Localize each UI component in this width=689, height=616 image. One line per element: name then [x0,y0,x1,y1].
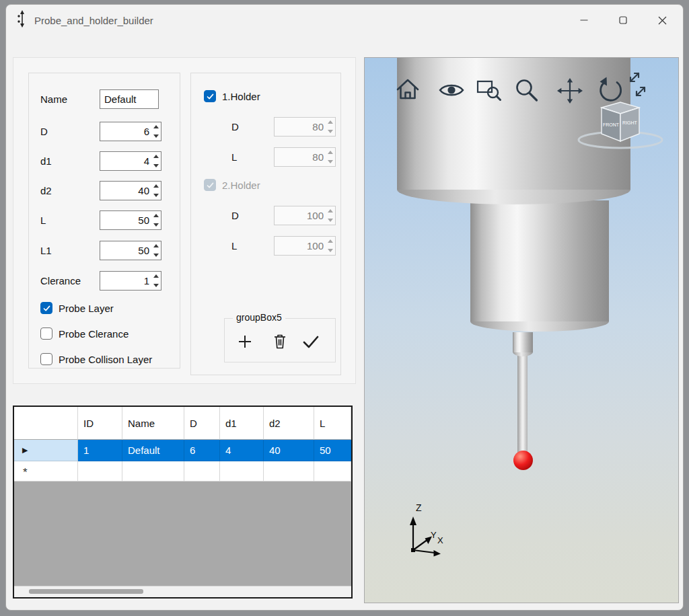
l-spinner[interactable] [100,210,161,230]
increment-button[interactable] [325,237,335,246]
cell-empty[interactable] [78,461,122,482]
table-header-l[interactable]: L [314,407,351,440]
holder2-l-spinner[interactable] [274,236,336,256]
d-input[interactable] [100,122,151,141]
add-button[interactable] [231,330,258,354]
table-new-row[interactable]: * [14,461,351,482]
eye-icon [437,76,466,104]
cell-d1[interactable]: 4 [220,440,264,461]
decrement-button[interactable] [325,127,335,137]
probe-clearance-checkbox[interactable]: Probe Clerance [40,327,129,340]
holder1-l-input[interactable] [275,148,325,166]
l1-spinner[interactable] [100,241,161,260]
d2-label: d2 [40,181,52,200]
holder2-l-input[interactable] [275,237,325,255]
decrement-button[interactable] [325,216,335,225]
cell-d2[interactable]: 40 [264,440,314,461]
d-label: D [40,122,48,141]
probe-layer-checkbox[interactable]: Probe Layer [40,301,114,315]
zoom-window-button[interactable] [474,75,503,104]
increment-button[interactable] [325,118,335,127]
cell-d[interactable]: 6 [184,440,220,461]
stylus-base [513,332,533,352]
cell-empty[interactable] [314,461,351,482]
row-selector-cell[interactable]: * [14,461,78,482]
spin-buttons [325,237,335,255]
holder1-d-spinner[interactable] [274,117,336,137]
increment-button[interactable] [151,122,161,132]
holder2-d-input[interactable] [275,206,325,225]
probe-collision-layer-checkbox[interactable]: Probe Collison Layer [40,352,152,366]
stylus-shaft [517,351,528,453]
table-header-id[interactable]: ID [78,407,122,440]
holder1-l-spinner[interactable] [274,147,336,167]
increment-button[interactable] [325,148,335,157]
increment-button[interactable] [325,206,335,216]
scrollbar-thumb[interactable] [29,589,143,594]
holder1-d-input[interactable] [275,118,325,136]
l1-input[interactable] [100,241,151,260]
table-header-rowselector[interactable] [14,407,78,440]
holder1-checkbox[interactable]: 1.Holder [204,89,260,103]
view-cube-right-label[interactable]: RIGHT [622,120,638,125]
clearance-input[interactable] [100,272,151,290]
d1-input[interactable] [100,152,151,170]
home-view-button[interactable] [394,75,422,104]
cell-l[interactable]: 50 [314,440,351,461]
viewport-3d[interactable]: FRONT RIGHT Z Y X [364,57,679,603]
decrement-button[interactable] [151,191,161,200]
cell-id[interactable]: 1 [78,440,122,461]
row-selector-cell[interactable]: ▶ [14,440,78,461]
cell-name[interactable]: Default [122,440,184,461]
increment-button[interactable] [151,182,161,191]
cell-empty[interactable] [184,461,220,482]
holder2-d-label: D [231,206,239,225]
current-row-arrow-icon: ▶ [22,446,28,455]
groupbox5-title: groupBox5 [233,312,285,323]
d-spinner[interactable] [100,122,161,141]
decrement-button[interactable] [151,161,161,171]
increment-button[interactable] [151,241,161,251]
table-header-d1[interactable]: d1 [220,407,264,440]
increment-button[interactable] [151,272,161,281]
name-input[interactable] [100,89,159,109]
apply-button[interactable] [297,330,324,354]
zoom-button[interactable] [512,76,540,104]
table-header-d2[interactable]: d2 [264,407,314,440]
clearance-spinner[interactable] [100,271,161,291]
view-cube-front-label[interactable]: FRONT [603,122,620,127]
decrement-button[interactable] [151,251,161,260]
decrement-button[interactable] [151,132,161,141]
decrement-button[interactable] [151,281,161,291]
d2-input[interactable] [100,182,151,200]
maximize-button[interactable] [604,5,643,36]
title-bar[interactable]: Probe_and_holder_builder [6,5,683,36]
holders-group: 1.Holder D L [190,73,341,375]
visibility-button[interactable] [437,76,466,104]
decrement-button[interactable] [325,157,335,167]
close-button[interactable] [643,5,682,36]
groupbox5: groupBox5 [224,318,336,362]
d2-spinner[interactable] [100,181,161,200]
table-horizontal-scrollbar[interactable] [14,586,351,597]
increment-button[interactable] [151,152,161,161]
cell-empty[interactable] [220,461,264,482]
increment-button[interactable] [151,211,161,221]
probe-parameters-group: Name D d1 d2 [28,73,180,369]
holder2-checkbox[interactable]: 2.Holder [204,178,260,192]
view-cube[interactable]: FRONT RIGHT [575,95,666,163]
holder2-d-spinner[interactable] [274,206,336,225]
clearance-label: Clerance [40,271,81,291]
cell-empty[interactable] [122,461,184,482]
table-header-name[interactable]: Name [122,407,184,440]
decrement-button[interactable] [325,246,335,256]
minimize-button[interactable] [565,5,604,36]
delete-button[interactable] [266,330,293,354]
axis-z-label: Z [416,502,422,513]
d1-spinner[interactable] [100,151,161,171]
table-header-d[interactable]: D [184,407,220,440]
decrement-button[interactable] [151,221,161,230]
l-input[interactable] [100,211,151,229]
table-row[interactable]: ▶ 1 Default 6 4 40 50 [14,440,351,461]
cell-empty[interactable] [264,461,314,482]
